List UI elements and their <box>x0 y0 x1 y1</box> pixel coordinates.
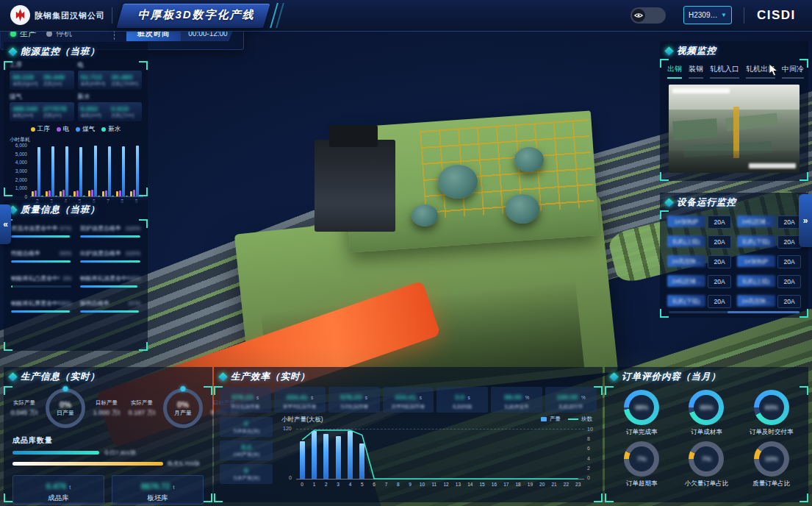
device-name: 轧机(上辊) <box>667 235 705 247</box>
device-row: 2#高压除... 20A <box>667 255 731 268</box>
heat-number-dropdown[interactable]: H2309… ▼ <box>683 6 732 24</box>
order-gauge: 95% 订单成材率 <box>675 390 737 437</box>
camera-tab[interactable]: 装钢 <box>689 64 703 79</box>
device-current-value: 20A <box>708 275 731 288</box>
device-current-value: 20A <box>777 295 801 308</box>
left-axis-min: 0 <box>289 475 292 480</box>
quality-item: 出炉温度合格率100% <box>80 249 140 263</box>
device-current-value: 20A <box>777 235 801 249</box>
daily-actual-output: 0.045 万t <box>7 408 42 418</box>
energy-group: 电 52.713单耗(kWh/t) 30.483总耗(万kWh) <box>78 60 143 90</box>
visibility-toggle[interactable] <box>630 7 666 24</box>
inventory-boxes: 0.476 t 成品库 8876.72 t 板坯库 <box>12 475 204 505</box>
dashboard-root: 陕钢集团汉钢公司 中厚板3D数字化产线 H2309… ▼ CISDI 能源监控（… <box>0 0 812 506</box>
efficiency-stat: 3.0 s 轧制间隔 <box>436 387 488 413</box>
bar-legend-swatch <box>541 417 547 421</box>
energy-groups: 工序 68.226单耗(kgce/t) 39.449总耗(tce) 电 52.7… <box>4 60 148 121</box>
device-current-value: 20A <box>777 275 801 288</box>
hourly-output-chart-label: 小时产量(大板) <box>281 416 323 424</box>
energy-group: 工序 68.226单耗(kgce/t) 39.449总耗(tce) <box>10 60 74 90</box>
order-gauge: 10% 质量订单占比 <box>741 441 802 488</box>
efficiency-side-stat: 0当班废品(块) <box>220 417 273 437</box>
panel-title: 生产信息（实时） <box>21 371 100 383</box>
camera-tab[interactable]: 轧机入口 <box>710 64 739 79</box>
inventory-title: 成品库数量 <box>12 435 212 446</box>
monthly-actual-output: 0.187 万t <box>124 408 159 418</box>
daily-target-output: 1.000 万t <box>89 408 124 418</box>
inventory-today-bar: 今日7,801块 <box>12 449 212 457</box>
panel-title-icon <box>8 372 18 382</box>
efficiency-stat: 576.23 s 当日轧制节奏 <box>328 387 380 413</box>
energy-chart-label: 小时单耗 <box>10 136 148 143</box>
panel-title-icon <box>664 46 674 56</box>
device-row: 轧机(上辊) 20A <box>667 235 731 249</box>
device-current-value: 20A <box>708 255 731 268</box>
panel-title: 视频监控 <box>677 45 716 57</box>
collapse-right-panel-button[interactable]: » <box>799 194 812 247</box>
video-floor-shadow <box>669 151 800 173</box>
device-row: 2#高压除... 20A <box>737 295 801 308</box>
energy-chart-legend: 工序电煤气新水 <box>4 125 148 134</box>
video-monitor-panel: 视频监控 出钢装钢轧机入口轧机出口中间冷电加热 <box>660 41 808 181</box>
inventory-yesterday-bar: 昨天5,709块 <box>12 460 212 468</box>
device-name: 1#加热炉 <box>667 215 705 227</box>
efficiency-stat: 434.41 s 班平均轧制节奏 <box>274 387 326 413</box>
chevron-down-icon: ▼ <box>721 12 727 18</box>
video-camera-label-overlay <box>749 163 796 168</box>
camera-tabs: 出钢装钢轧机入口轧机出口中间冷电加热 <box>660 60 808 79</box>
device-name: 2#轧区辅... <box>667 275 705 287</box>
equipment-monitor-panel: 设备运行监控 1#加热炉 20A 2#轧区辅... 20A 轧机(上辊) 20A… <box>660 193 808 318</box>
production-efficiency-panel: 生产效率（实时） 576.23 s 班次轧制节奏 434.41 s 班平均轧制节… <box>214 367 603 502</box>
camera-tab[interactable]: 出钢 <box>667 64 682 79</box>
quality-info-panel: 质量信息（当班） 层流冷温度命中率97% 装炉温度合格率100% 性能合格率99… <box>4 200 148 351</box>
quality-item: 探伤合格率97% <box>80 299 140 313</box>
quality-item: 钢板终轧温度命中率95% <box>80 274 140 288</box>
eye-icon <box>632 9 645 22</box>
order-gauge: 7% 订单超期率 <box>611 441 672 488</box>
legend-item: 煤气 <box>76 125 95 134</box>
collapse-left-panel-button[interactable]: « <box>0 204 11 244</box>
order-gauges: 98% 订单完成率 95% 订单成材率 93% 订单及时交付率 7% 订单超期率… <box>605 385 808 488</box>
energy-chart-plot <box>30 145 143 197</box>
device-name: 2#高压除... <box>737 295 775 307</box>
efficiency-side-stat: 8当班产量(块) <box>220 464 273 484</box>
legend-item: 工序 <box>31 125 50 134</box>
panel-title-icon <box>218 372 228 382</box>
panel-title: 生产效率（实时） <box>231 371 310 383</box>
device-name: 2#轧区辅... <box>737 215 775 227</box>
header-divider <box>112 7 112 24</box>
efficiency-stat: 576.23 s 班次轧制节奏 <box>220 387 271 413</box>
top-header-bar: 陕钢集团汉钢公司 中厚板3D数字化产线 H2309… ▼ CISDI <box>0 0 812 32</box>
cisdi-brand-logo: CISDI <box>757 8 796 23</box>
inventory-box: 0.476 t 成品库 <box>12 475 104 505</box>
quality-item: 装炉温度合格率100% <box>80 224 140 238</box>
panel-title-icon <box>8 47 18 57</box>
energy-group: 煤气 488.040单耗(m³/t) 277578总耗(m³) <box>10 92 74 121</box>
camera-video-feed[interactable] <box>669 85 800 173</box>
device-name: 轧机(上辊) <box>737 275 775 287</box>
hourly-output-chart <box>296 429 584 480</box>
quality-item: 钢板终轧凸度命中率3% <box>11 274 71 288</box>
energy-monitor-panel: 能源监控（当班） 工序 68.226单耗(kgce/t) 39.449总耗(tc… <box>4 42 148 196</box>
panel-title: 质量信息（当班） <box>21 204 100 216</box>
inventory-box: 8876.72 t 板坯库 <box>112 475 204 505</box>
device-list-scrollbar[interactable] <box>669 311 800 313</box>
order-gauge: 7% 小欠量订单占比 <box>675 441 737 488</box>
video-machine-shape <box>672 118 718 140</box>
quality-items: 层流冷温度命中率97% 装炉温度合格率100% 性能合格率99% 出炉温度合格率… <box>4 218 148 318</box>
panel-title: 订单评价内容（当月） <box>622 371 721 383</box>
company-name: 陕钢集团汉钢公司 <box>35 10 105 21</box>
device-name: 轧机(下辊) <box>667 295 705 307</box>
device-name: 2#高压除... <box>667 255 705 267</box>
order-evaluation-panel: 订单评价内容（当月） 98% 订单完成率 95% 订单成材率 93% 订单及时交… <box>605 367 808 502</box>
device-row: 2#轧区辅... 20A <box>737 215 801 229</box>
video-timestamp-overlay <box>672 88 730 93</box>
device-row: 轧机(下辊) 20A <box>667 295 731 308</box>
device-row: 轧机(下辊) 20A <box>737 235 801 249</box>
device-row: 轧机(上辊) 20A <box>737 275 801 288</box>
monthly-output-ring-gauge: 0%月产量 <box>163 388 203 428</box>
quality-item: 钢板终轧厚度命中率98% <box>11 299 71 313</box>
device-row: 2#轧区辅... 20A <box>667 275 731 288</box>
production-info-panel: 生产信息（实时） 实际产量 0.045 万t 0%日产量 目标产量 1.000 … <box>4 367 212 502</box>
efficiency-stat: 434.41 s 日平均轧制节奏 <box>383 387 434 413</box>
